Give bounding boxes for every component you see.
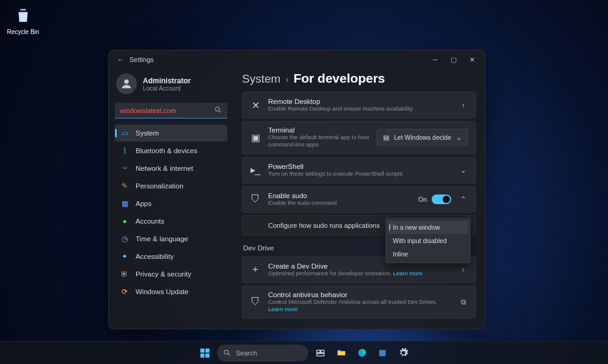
- sidebar-item-system[interactable]: ▭ System: [115, 125, 227, 142]
- taskbar-search[interactable]: Search: [217, 345, 308, 362]
- svg-rect-5: [201, 353, 205, 357]
- chevron-right-icon: ›: [458, 101, 468, 109]
- brush-icon: ✎: [120, 181, 130, 191]
- user-profile[interactable]: Administrator Local Account: [115, 71, 227, 100]
- sudo-option-inline[interactable]: Inline: [388, 247, 468, 261]
- svg-rect-10: [321, 350, 324, 352]
- edge-button[interactable]: [353, 345, 370, 362]
- card-terminal: ▣ Terminal Choose the default terminal a…: [242, 121, 476, 154]
- search-box[interactable]: [115, 103, 227, 118]
- page-title: For developers: [294, 71, 385, 86]
- breadcrumb-root[interactable]: System: [242, 72, 280, 86]
- taskbar: Search: [0, 341, 608, 364]
- svg-rect-4: [206, 348, 210, 352]
- back-button[interactable]: ←: [115, 56, 126, 63]
- sidebar: Administrator Local Account ▭ System ᛒ B…: [109, 69, 233, 329]
- minimize-button[interactable]: ─: [426, 52, 444, 67]
- apps-icon: ▦: [120, 199, 130, 208]
- trash-icon: [12, 5, 34, 27]
- terminal-dropdown[interactable]: ▤ Let Windows decide ⌄: [376, 129, 468, 146]
- user-sub: Local Account: [143, 85, 191, 92]
- chevron-down-icon: ⌄: [456, 134, 461, 141]
- content: System › For developers ✕ Remote Desktop…: [233, 69, 485, 329]
- sidebar-item-privacy[interactable]: ⛨ Privacy & security: [115, 266, 227, 283]
- recycle-bin-label: Recycle Bin: [5, 29, 41, 35]
- explorer-button[interactable]: [333, 345, 350, 362]
- settings-window: ← Settings ─ ▢ ✕ Administrator Local Acc…: [108, 50, 485, 329]
- chevron-right-icon: ›: [458, 266, 468, 274]
- svg-rect-6: [206, 353, 210, 357]
- shield-icon: ⛉: [250, 194, 261, 205]
- chevron-up-icon[interactable]: ⌃: [458, 195, 468, 204]
- maximize-button[interactable]: ▢: [444, 52, 463, 67]
- sidebar-item-accessibility[interactable]: ✦ Accessibility: [115, 248, 227, 265]
- terminal-icon: ▣: [250, 132, 261, 143]
- settings-button[interactable]: [395, 345, 412, 362]
- card-remote-desktop[interactable]: ✕ Remote Desktop Enable Remote Desktop a…: [242, 92, 476, 118]
- start-button[interactable]: [196, 345, 213, 362]
- task-view-button[interactable]: [312, 345, 329, 362]
- sidebar-item-personalization[interactable]: ✎ Personalization: [115, 177, 227, 194]
- sudo-option-new-window[interactable]: In a new window: [388, 221, 468, 234]
- accessibility-icon: ✦: [120, 252, 130, 261]
- toggle-label: On: [418, 196, 427, 203]
- close-button[interactable]: ✕: [463, 52, 481, 67]
- sidebar-item-accounts[interactable]: ● Accounts: [115, 213, 227, 230]
- nav: ▭ System ᛒ Bluetooth & devices ⌔ Network…: [115, 125, 227, 300]
- bluetooth-icon: ᛒ: [120, 146, 130, 156]
- sidebar-item-apps[interactable]: ▦ Apps: [115, 195, 227, 212]
- clock-icon: ◷: [120, 234, 130, 244]
- svg-point-0: [124, 80, 128, 84]
- svg-point-1: [215, 107, 219, 111]
- svg-rect-11: [317, 353, 324, 355]
- sudo-option-input-disabled[interactable]: With input disabled: [388, 234, 468, 247]
- wifi-icon: ⌔: [120, 163, 130, 173]
- sudo-mode-dropdown: In a new window With input disabled Inli…: [385, 218, 471, 263]
- recycle-bin[interactable]: Recycle Bin: [5, 5, 41, 35]
- card-antivirus[interactable]: ⛉ Control antivirus behavior Control Mic…: [242, 286, 476, 319]
- search-input[interactable]: [120, 107, 210, 114]
- svg-rect-9: [317, 350, 320, 352]
- sidebar-item-bluetooth[interactable]: ᛒ Bluetooth & devices: [115, 142, 227, 159]
- avatar-icon: [116, 74, 137, 94]
- svg-line-8: [228, 354, 230, 355]
- remote-icon: ✕: [250, 100, 261, 111]
- chevron-down-icon: ⌄: [458, 166, 468, 174]
- card-enable-sudo: ⛉ Enable sudo Enable the sudo command On…: [242, 186, 476, 213]
- shield-icon: ⛨: [120, 269, 130, 279]
- open-icon: ⧉: [458, 298, 468, 306]
- titlebar: ← Settings ─ ▢ ✕: [109, 50, 485, 69]
- breadcrumb: System › For developers: [242, 71, 476, 86]
- svg-rect-13: [379, 349, 386, 356]
- user-name: Administrator: [143, 77, 191, 85]
- sudo-toggle[interactable]: [432, 194, 451, 204]
- system-icon: ▭: [120, 128, 130, 138]
- sidebar-item-network[interactable]: ⌔ Network & internet: [115, 160, 227, 177]
- svg-rect-3: [201, 348, 205, 352]
- learn-more-link[interactable]: Learn more: [393, 270, 423, 276]
- learn-more-link[interactable]: Learn more: [268, 306, 298, 312]
- app-button[interactable]: [374, 345, 391, 362]
- search-icon: [214, 105, 223, 116]
- card-sudo-config: Configure how sudo runs applications In …: [242, 215, 476, 236]
- window-title: Settings: [130, 56, 154, 63]
- svg-point-7: [224, 350, 229, 354]
- powershell-icon: ▸_: [250, 165, 261, 176]
- window-icon: ▤: [383, 134, 389, 141]
- sidebar-item-update[interactable]: ⟳ Windows Update: [115, 283, 227, 300]
- shield-icon: ⛉: [250, 297, 261, 307]
- card-powershell[interactable]: ▸_ PowerShell Turn on these settings to …: [242, 157, 476, 184]
- plus-icon: ＋: [250, 264, 261, 275]
- update-icon: ⟳: [120, 287, 130, 297]
- svg-line-2: [219, 111, 221, 112]
- sidebar-item-time[interactable]: ◷ Time & language: [115, 230, 227, 247]
- accounts-icon: ●: [120, 216, 130, 226]
- chevron-right-icon: ›: [285, 74, 288, 85]
